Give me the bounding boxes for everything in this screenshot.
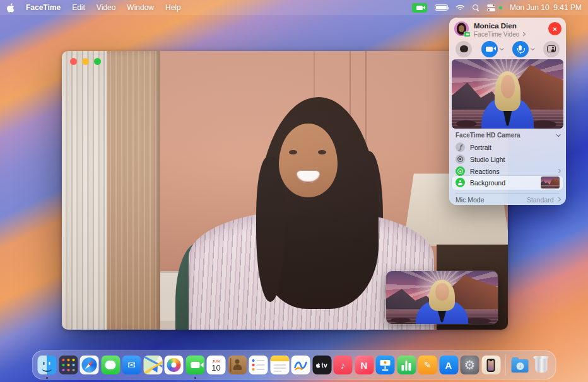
chevron-right-icon xyxy=(556,197,560,201)
minimize-window-button[interactable] xyxy=(82,58,89,65)
dock-icon-numbers[interactable] xyxy=(397,356,416,374)
compass-icon xyxy=(82,357,97,373)
portrait-icon: ƒ xyxy=(456,142,465,152)
iphone-icon xyxy=(487,359,495,372)
option-background[interactable]: Background xyxy=(456,177,560,188)
window-controls xyxy=(70,58,101,65)
dock-divider xyxy=(505,354,506,376)
folder-icon: ↓ xyxy=(512,359,529,373)
dock-icon-safari[interactable] xyxy=(80,356,99,374)
screen-share-button[interactable] xyxy=(543,41,560,57)
mic-toggle-button[interactable] xyxy=(512,41,529,57)
video-badge-icon xyxy=(464,32,471,37)
dock-icon-reminders[interactable] xyxy=(249,356,268,374)
close-window-button[interactable] xyxy=(70,58,77,65)
speech-bubble-icon xyxy=(105,361,116,369)
microphone-icon xyxy=(519,45,522,50)
video-camera-icon xyxy=(191,362,199,368)
self-view-pip[interactable] xyxy=(386,271,498,324)
gear-icon: ⚙ xyxy=(461,356,479,374)
dock-icon-downloads[interactable]: ↓ xyxy=(510,356,529,374)
desktop: FaceTime Edit Video Window Help Mon Jun … xyxy=(0,0,588,382)
chevron-right-icon xyxy=(521,32,525,36)
podium-icon xyxy=(380,360,391,366)
dock-icon-trash[interactable] xyxy=(532,356,551,374)
scribble-icon xyxy=(293,357,309,373)
camera-section-header[interactable]: FaceTime HD Camera xyxy=(456,130,560,140)
dock-icon-appstore[interactable]: A xyxy=(439,356,458,374)
dock-icon-appletv[interactable]: tv xyxy=(312,356,331,374)
reactions-icon: ♥ xyxy=(456,166,465,176)
dock-icon-messages[interactable] xyxy=(101,356,120,374)
trash-bin-icon xyxy=(535,357,547,373)
dock-icon-contacts[interactable] xyxy=(228,356,247,374)
apple-logo-icon xyxy=(316,362,320,368)
background-thumbnail xyxy=(541,177,560,188)
spotlight-search-icon[interactable] xyxy=(473,4,479,11)
dock-icon-pages[interactable]: ✎ xyxy=(418,356,437,374)
dock-icon-freeform[interactable] xyxy=(291,356,310,374)
mic-mode-row[interactable]: Mic Mode Standard xyxy=(456,195,560,204)
dock-icon-keynote[interactable] xyxy=(376,356,395,374)
dock-icon-notes[interactable] xyxy=(270,356,289,374)
chevron-right-icon xyxy=(556,169,560,173)
dock-icon-facetime[interactable] xyxy=(185,356,204,374)
message-bubble-icon xyxy=(460,45,468,52)
apple-menu[interactable] xyxy=(6,3,15,13)
call-type[interactable]: FaceTime Video xyxy=(474,31,525,38)
dock-icon-finder[interactable] xyxy=(38,356,57,374)
menu-item-video[interactable]: Video xyxy=(97,3,115,12)
dock-icon-music[interactable]: ♪ xyxy=(334,356,353,374)
dock-icon-launchpad[interactable] xyxy=(59,356,78,374)
dock: ✉ JUN10 tv ♪ N ✎ A ⚙ ↓ xyxy=(32,350,556,379)
menu-bar: FaceTime Edit Video Window Help Mon Jun … xyxy=(0,0,588,15)
menu-item-facetime[interactable]: FaceTime xyxy=(26,3,61,12)
video-camera-icon xyxy=(416,6,423,10)
pinwheel-icon xyxy=(167,358,181,372)
divider xyxy=(456,193,560,194)
wifi-icon[interactable] xyxy=(456,4,465,11)
menu-item-help[interactable]: Help xyxy=(165,3,181,12)
status-green-dot xyxy=(499,6,502,9)
camera-toggle-button[interactable] xyxy=(481,41,498,57)
facetime-window xyxy=(62,51,508,330)
option-studio-light[interactable]: Studio Light xyxy=(456,153,560,165)
finder-face-icon xyxy=(38,356,57,374)
background-icon xyxy=(456,178,465,187)
menu-item-window[interactable]: Window xyxy=(127,3,154,12)
music-note-icon: ♪ xyxy=(334,356,353,374)
dock-icon-maps[interactable] xyxy=(143,356,162,374)
bar-chart-icon xyxy=(397,356,416,374)
app-grid-icon xyxy=(67,364,69,366)
download-arrow-icon: ↓ xyxy=(516,362,524,370)
battery-icon[interactable] xyxy=(435,4,448,11)
facetime-call-panel: Monica Dien FaceTime Video × xyxy=(449,18,566,205)
camera-options-chevron[interactable] xyxy=(500,46,503,50)
dock-icon-news[interactable]: N xyxy=(355,356,373,374)
end-call-button[interactable]: × xyxy=(548,22,562,35)
menu-bar-clock[interactable]: Mon Jun 10 9:41 PM xyxy=(510,3,582,12)
envelope-icon: ✉ xyxy=(122,356,141,374)
camera-in-use-indicator[interactable] xyxy=(412,3,427,13)
camera-preview xyxy=(452,59,563,129)
pen-icon: ✎ xyxy=(418,356,437,374)
mic-options-chevron[interactable] xyxy=(531,46,534,50)
dock-icon-calendar[interactable]: JUN10 xyxy=(207,356,226,374)
menu-item-edit[interactable]: Edit xyxy=(72,3,85,12)
person-icon xyxy=(235,359,240,364)
video-camera-icon xyxy=(486,47,493,52)
chevron-down-icon xyxy=(556,132,560,136)
dock-icon-photos[interactable] xyxy=(165,356,184,374)
caller-name: Monica Dien xyxy=(474,22,517,30)
caller-avatar xyxy=(454,21,469,36)
dock-icon-system-settings[interactable]: ⚙ xyxy=(461,356,479,374)
option-portrait[interactable]: ƒ Portrait xyxy=(456,141,560,153)
screen-share-icon xyxy=(547,45,556,52)
dock-icon-mail[interactable]: ✉ xyxy=(122,356,141,374)
open-messages-button[interactable] xyxy=(456,41,472,57)
control-center-icon[interactable] xyxy=(487,4,495,11)
fullscreen-window-button[interactable] xyxy=(94,58,101,65)
dock-icon-iphone-mirroring[interactable] xyxy=(481,356,500,374)
studio-light-icon xyxy=(456,154,465,164)
apple-logo-icon xyxy=(6,3,15,13)
